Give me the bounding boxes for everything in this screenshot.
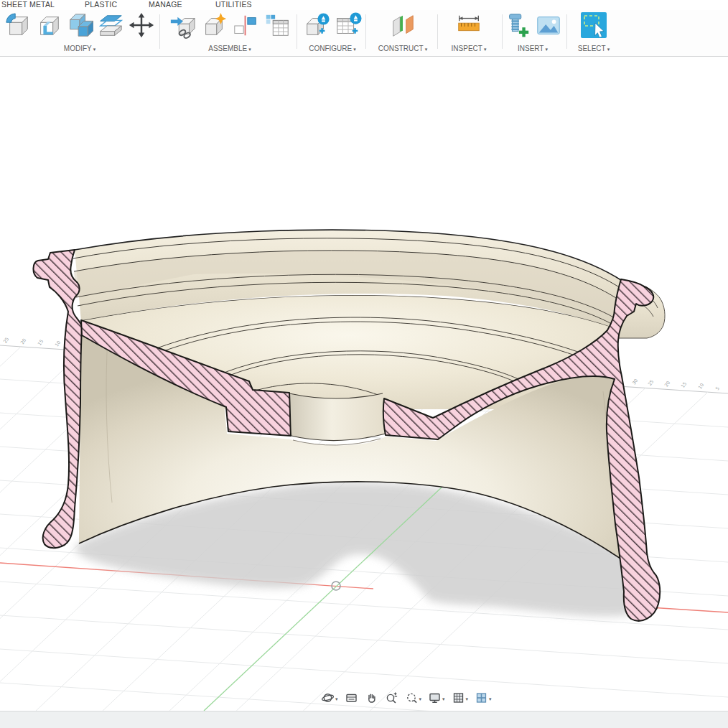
grid-ruler-tick-label: 10: [697, 382, 705, 390]
grid-ruler-tick-label: 30: [631, 378, 639, 386]
chevron-down-icon: ▾: [484, 47, 487, 52]
chevron-down-icon: ▾: [248, 47, 251, 52]
main-toolbar: MODIFY▾ASSEMBLE▾CONFIGURE▾CONSTRUCT▾INSP…: [0, 10, 728, 57]
tab-sheet-metal[interactable]: SHEET METAL: [1, 0, 55, 10]
grid-ruler-tick-label: 20: [19, 337, 27, 345]
chevron-down-icon: ▾: [419, 696, 422, 702]
replace-face-button[interactable]: [96, 11, 124, 43]
toolbar-group-modify: MODIFY▾: [4, 10, 155, 55]
tab-plastic[interactable]: PLASTIC: [85, 0, 117, 10]
measure-button[interactable]: [454, 11, 483, 43]
configuration-icon: [303, 11, 330, 44]
group-label-configure[interactable]: CONFIGURE▾: [300, 45, 365, 52]
grid-settings-nav-button[interactable]: ▾: [449, 690, 471, 709]
fusion360-window: 2520151030252015105: [0, 0, 728, 728]
viewports-nav-button[interactable]: ▾: [472, 690, 494, 709]
zoom-icon: [385, 691, 398, 707]
chevron-down-icon: ▾: [489, 696, 492, 702]
tab-manage[interactable]: MANAGE: [149, 0, 182, 10]
toolbar-group-select: SELECT▾: [568, 10, 620, 55]
tab-utilities[interactable]: UTILITIES: [215, 0, 252, 10]
move-copy-button[interactable]: [127, 11, 155, 43]
toolbar-group-insert: INSERT▾: [503, 10, 562, 55]
section-left-wall: [33, 250, 82, 548]
orbit-icon: [321, 691, 335, 707]
chevron-down-icon: ▾: [425, 47, 428, 52]
grid-ruler-tick-label: 15: [680, 381, 688, 389]
fit-icon: [405, 691, 419, 707]
toolbar-group-construct: CONSTRUCT▾: [370, 10, 436, 55]
construction-plane-button[interactable]: [388, 11, 417, 43]
grid-ruler-tick-label: 5: [714, 386, 721, 391]
toolbar-tab-bar: SHEET METALPLASTICMANAGEUTILITIES: [0, 0, 728, 10]
group-label-text: ASSEMBLE: [208, 45, 247, 52]
pan-icon: [365, 691, 378, 707]
grid-ruler-tick-label: 25: [2, 336, 10, 344]
display-settings-icon: [428, 691, 442, 707]
joint-button[interactable]: [231, 11, 260, 43]
chevron-down-icon: ▾: [93, 47, 96, 52]
chevron-down-icon: ▾: [607, 47, 610, 52]
chevron-down-icon: ▾: [545, 47, 548, 52]
toolbar-separator: [502, 14, 503, 49]
construction-plane-icon: [389, 11, 416, 44]
group-label-text: INSERT: [518, 45, 544, 52]
fillet-icon: [4, 11, 32, 44]
chevron-down-icon: ▾: [466, 696, 469, 702]
group-label-select[interactable]: SELECT▾: [568, 45, 620, 52]
group-label-text: CONFIGURE: [309, 45, 352, 52]
combine-button[interactable]: [66, 11, 94, 43]
group-label-text: SELECT: [578, 45, 606, 52]
insert-image-button[interactable]: [534, 11, 562, 43]
new-component-icon: [200, 11, 228, 44]
chevron-down-icon: ▾: [353, 47, 356, 52]
shell-icon: [35, 11, 62, 44]
shell-button[interactable]: [35, 11, 63, 43]
group-label-inspect[interactable]: INSPECT▾: [439, 45, 499, 52]
group-label-modify[interactable]: MODIFY▾: [4, 45, 155, 52]
chevron-down-icon: ▾: [335, 696, 338, 702]
timeline-strip: [0, 711, 728, 728]
toolbar-separator: [159, 14, 160, 49]
fillet-button[interactable]: [4, 11, 32, 43]
configuration-table-icon: [335, 11, 362, 44]
group-label-construct[interactable]: CONSTRUCT▾: [370, 45, 436, 52]
toolbar-group-configure: CONFIGURE▾: [300, 10, 365, 55]
look-at-icon: [345, 691, 358, 707]
joint-icon: [232, 11, 259, 44]
bom-table-icon: [263, 11, 291, 44]
insert-derive-icon: [169, 11, 196, 44]
display-settings-nav-button[interactable]: ▾: [426, 690, 447, 709]
new-component-button[interactable]: [200, 11, 228, 43]
grid-settings-icon: [452, 691, 465, 707]
orbit-nav-button[interactable]: ▾: [319, 690, 340, 709]
group-label-text: INSPECT: [452, 45, 482, 52]
configuration-table-button[interactable]: [334, 11, 363, 43]
configuration-button[interactable]: [302, 11, 331, 43]
measure-icon: [455, 11, 482, 44]
group-label-text: MODIFY: [64, 45, 92, 52]
viewports-icon: [475, 691, 488, 707]
toolbar-separator: [437, 14, 438, 49]
look-at-nav-button[interactable]: [342, 690, 360, 709]
bom-table-button[interactable]: [263, 11, 291, 43]
grid-ruler-tick-label: 15: [37, 338, 45, 346]
select-icon: [579, 11, 608, 44]
toolbar-separator: [566, 14, 567, 49]
fit-nav-button[interactable]: ▾: [403, 690, 424, 709]
viewport-canvas[interactable]: 2520151030252015105: [0, 0, 728, 728]
insert-fastener-icon: [504, 11, 531, 44]
zoom-nav-button[interactable]: [383, 690, 401, 709]
pan-nav-button[interactable]: [363, 690, 381, 709]
group-label-text: CONSTRUCT: [378, 45, 424, 52]
group-label-assemble[interactable]: ASSEMBLE▾: [165, 45, 294, 52]
combine-icon: [66, 11, 93, 44]
insert-fastener-button[interactable]: [503, 11, 531, 43]
toolbar-group-inspect: INSPECT▾: [439, 10, 499, 55]
insert-derive-button[interactable]: [168, 11, 197, 43]
replace-face-icon: [97, 11, 124, 44]
insert-image-icon: [535, 11, 562, 44]
group-label-insert[interactable]: INSERT▾: [503, 45, 562, 52]
toolbar-group-assemble: ASSEMBLE▾: [165, 10, 294, 55]
select-button[interactable]: [579, 11, 608, 43]
